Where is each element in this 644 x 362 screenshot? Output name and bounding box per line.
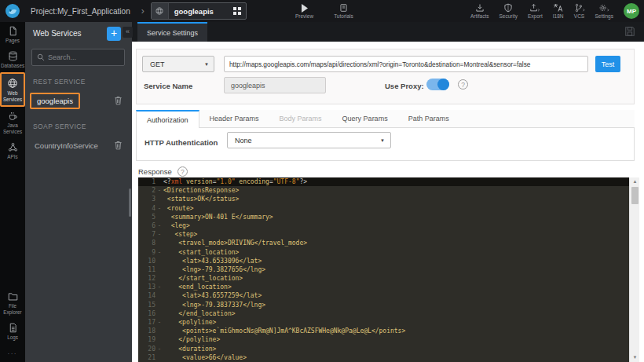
i18n-button[interactable]: I18N [553, 0, 564, 22]
sidebar-item-pages[interactable]: Pages [0, 22, 25, 47]
request-card: GET ▼ Test Service Name Use Proxy: ? [136, 49, 635, 104]
use-proxy-toggle[interactable] [426, 79, 449, 90]
service-name-input[interactable] [224, 77, 326, 93]
trash-icon[interactable] [114, 141, 123, 150]
selected-service-name: googleapis [169, 7, 233, 16]
translate-icon [553, 3, 563, 13]
code-line: 6- <leg> [138, 221, 629, 230]
tab-service-settings[interactable]: Service Settings [137, 22, 207, 42]
code-line: 2-<DirectionsResponse> [138, 186, 629, 195]
panel-scrollbar-thumb[interactable] [129, 188, 131, 217]
code-line: 16 </end_location> [138, 309, 629, 318]
branch-icon [574, 3, 585, 13]
code-line: 4- <route> [138, 204, 629, 213]
code-line: 13- <end_location> [138, 283, 629, 291]
service-selector[interactable]: googleapis [151, 2, 247, 20]
selected-service-highlight[interactable]: googleapis [30, 93, 80, 109]
service-search[interactable] [31, 49, 125, 66]
project-name[interactable]: Project:My_First_Application [31, 7, 130, 16]
panel-title: Web Services [33, 29, 82, 38]
code-line: 20- <duration> [138, 345, 629, 353]
more-options-icon[interactable]: ... [0, 344, 25, 362]
upload-icon [529, 3, 540, 13]
sidebar-item-logs[interactable]: Logs [0, 319, 25, 344]
coffee-icon [8, 111, 18, 121]
rest-service-section-label: REST SERVICE [33, 78, 132, 86]
main-area: Service Settings GET ▼ Test Service Name… [132, 22, 644, 362]
code-line: 19 </polyline> [138, 335, 629, 344]
test-button[interactable]: Test [595, 56, 620, 72]
vcs-button[interactable]: VCS [574, 0, 585, 22]
shield-icon [503, 3, 513, 13]
proxy-help-icon[interactable]: ? [458, 79, 468, 90]
authorization-panel: HTTP Authentication None ▼ [136, 128, 635, 161]
code-line: 3 <status>OK</status> [138, 195, 629, 203]
sidebar-item-file-explorer[interactable]: File Explorer [0, 287, 25, 319]
scroll-up-icon[interactable]: ▲ [630, 177, 640, 186]
http-method-select[interactable]: GET ▼ [142, 56, 214, 72]
response-help-icon[interactable]: ? [177, 166, 188, 177]
editor-scrollbar-thumb[interactable] [631, 187, 639, 204]
soap-service-section-label: SOAP SERVICE [33, 122, 132, 130]
book-icon [339, 3, 348, 13]
globe-icon [7, 78, 18, 89]
code-line: 10 <lat>43.6533096</lat> [138, 257, 629, 265]
request-url-input[interactable] [224, 56, 588, 72]
sidebar-item-apis[interactable]: APIs [0, 138, 25, 163]
http-authentication-label: HTTP Authentication [145, 138, 218, 147]
code-line: 18 <points>e`miGhmocNs@Rm@N]JmA^KBcAZSFW… [138, 327, 629, 335]
wavemaker-logo[interactable] [4, 2, 21, 20]
scroll-down-icon[interactable]: ▼ [630, 353, 640, 362]
folder-icon [8, 291, 18, 302]
document-tabbar: Service Settings [132, 22, 644, 42]
service-item-googleapis[interactable]: googleapis [25, 90, 132, 111]
service-name-label: Service Name [144, 82, 192, 90]
sidebar-item-databases[interactable]: Databases [0, 47, 25, 72]
trash-icon[interactable] [114, 96, 123, 105]
code-line: 17- <polyline> [138, 318, 629, 327]
chevron-down-icon: ▼ [380, 138, 385, 143]
code-line: 15 <lng>-79.3837337</lng> [138, 301, 629, 309]
preview-button[interactable]: Preview [295, 0, 313, 22]
add-service-button[interactable]: + [107, 27, 121, 41]
code-line: 1<?xml version="1.0" encoding="UTF-8"?> [138, 177, 629, 186]
download-icon [475, 3, 485, 13]
http-authentication-select[interactable]: None ▼ [227, 132, 391, 148]
database-icon [8, 51, 18, 61]
search-input[interactable] [48, 53, 119, 61]
security-button[interactable]: Security [499, 0, 517, 22]
tab-authorization[interactable]: Authorization [136, 110, 199, 128]
response-label: Response [138, 167, 172, 176]
save-icon[interactable] [624, 26, 635, 37]
page-icon [8, 26, 18, 36]
tab-header-params[interactable]: Header Params [199, 110, 269, 127]
code-line: 8 <travel_mode>DRIVING</travel_mode> [138, 239, 629, 247]
web-services-panel: Web Services + REST SERVICE googleapis S… [25, 22, 132, 362]
chevron-right-icon: › [141, 5, 145, 16]
settings-button[interactable]: Settings [595, 0, 614, 22]
editor-scrollbar[interactable]: ▲ ▼ [629, 177, 639, 362]
api-nodes-icon [8, 142, 18, 152]
gear-icon [598, 3, 609, 13]
topbar: Project:My_First_Application › googleapi… [0, 0, 644, 22]
sidebar-item-java-services[interactable]: Java Services [0, 107, 25, 138]
tab-path-params[interactable]: Path Params [398, 110, 459, 127]
param-tabs: Authorization Header Params Body Params … [136, 110, 635, 128]
response-editor[interactable]: 1<?xml version="1.0" encoding="UTF-8"?>2… [138, 177, 629, 362]
tab-body-params: Body Params [269, 110, 332, 127]
tutorials-button[interactable]: Tutorials [334, 0, 353, 22]
app-window: Project:My_First_Application › googleapi… [0, 0, 644, 362]
grid-icon [233, 7, 241, 15]
service-item-countryinfoservice[interactable]: CountryInfoService [25, 135, 132, 155]
toggle-knob [437, 79, 449, 90]
user-avatar[interactable]: MP [624, 3, 639, 19]
globe-icon [152, 3, 169, 19]
artifacts-button[interactable]: Artifacts [470, 0, 488, 22]
tab-query-params[interactable]: Query Params [332, 110, 398, 127]
export-button[interactable]: Export [528, 0, 543, 22]
icon-sidebar: Pages Databases Web Services Java Servic… [0, 22, 25, 362]
code-line: 11 <lng>-79.3827656</lng> [138, 265, 629, 274]
sidebar-item-web-services[interactable]: Web Services [0, 72, 25, 108]
panel-collapse-button[interactable]: « [123, 27, 133, 38]
search-icon [37, 53, 45, 61]
